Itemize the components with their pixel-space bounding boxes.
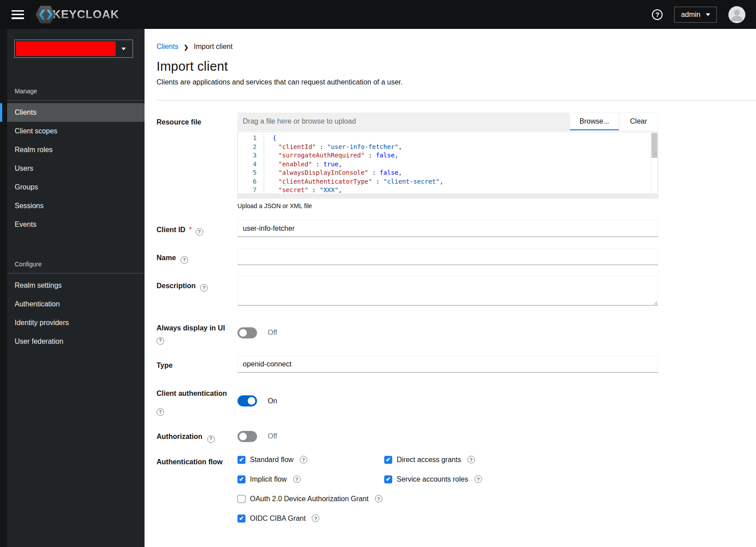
toggle-state: Off	[268, 432, 277, 440]
keycloak-logo: ❮❯ KEYCLOAK	[36, 6, 119, 24]
help-icon[interactable]: ?	[181, 256, 188, 264]
type-input[interactable]	[237, 356, 658, 373]
user-avatar-icon	[728, 6, 745, 23]
checkbox-standard-flow: ✔ Standard flow ?	[237, 456, 384, 464]
checkbox[interactable]: ✔	[237, 456, 245, 464]
checkbox[interactable]: ✔	[237, 475, 245, 483]
nav-toggle-icon[interactable]	[12, 10, 24, 19]
chevron-right-icon: ❯	[184, 44, 189, 51]
help-icon[interactable]: ?	[293, 475, 301, 483]
description-label: Description ?	[157, 276, 235, 307]
code-line: 5 "alwaysDisplayInConsole" : false,	[238, 169, 658, 177]
chevron-down-icon	[121, 48, 126, 50]
authorization-label: Authorization ?	[157, 427, 235, 442]
masthead: ❮❯ KEYCLOAK ? admin	[0, 0, 756, 29]
checkbox-oauth-device-grant: OAuth 2.0 Device Authorization Grant ?	[237, 495, 658, 503]
sidebar-item-authentication[interactable]: Authentication	[7, 295, 145, 314]
client-auth-label: Client authentication ?	[157, 384, 235, 416]
client-auth-toggle[interactable]	[237, 395, 257, 406]
sidebar-item-groups[interactable]: Groups	[7, 178, 145, 197]
checkbox-oidc-ciba-grant: ✔ OIDC CIBA Grant ?	[237, 515, 658, 523]
check-icon: ✔	[239, 456, 244, 463]
divider	[7, 100, 145, 101]
breadcrumb-clients-link[interactable]: Clients	[157, 43, 178, 51]
page-title: Import client	[157, 59, 756, 74]
check-icon: ✔	[386, 456, 391, 463]
json-code-editor[interactable]: 1 { 2 "clientId" : "user-info-fetcher", …	[237, 132, 658, 198]
check-icon: ✔	[239, 476, 244, 483]
checkbox-direct-access-grants: ✔ Direct access grants ?	[384, 456, 658, 464]
realm-name-redacted	[16, 41, 116, 56]
sidebar-item-realm-settings[interactable]: Realm settings	[7, 276, 145, 295]
help-icon[interactable]: ?	[312, 515, 319, 522]
help-icon[interactable]: ?	[207, 435, 215, 443]
help-icon[interactable]: ?	[652, 9, 663, 20]
help-icon[interactable]: ?	[475, 475, 482, 483]
check-icon: ✔	[386, 476, 391, 483]
client-id-label: Client ID* ?	[157, 220, 235, 237]
avatar[interactable]	[728, 6, 745, 23]
sidebar: Manage Clients Client scopes Realm roles…	[0, 29, 145, 547]
nav-section-configure: Configure	[7, 254, 145, 273]
checkbox[interactable]: ✔	[384, 475, 392, 483]
checkbox[interactable]: ✔	[237, 515, 245, 523]
sidebar-item-user-federation[interactable]: User federation	[7, 332, 145, 351]
required-asterisk: *	[189, 226, 192, 233]
authorization-toggle[interactable]	[237, 431, 257, 442]
sidebar-item-identity-providers[interactable]: Identity providers	[7, 314, 145, 332]
chevron-down-icon	[706, 13, 710, 16]
user-name: admin	[681, 11, 700, 19]
page-subtitle: Clients are applications and services th…	[157, 78, 756, 86]
auth-flow-label: Authentication flow	[157, 452, 235, 523]
code-line: 1 {	[238, 134, 658, 143]
check-icon: ✔	[239, 515, 244, 522]
upload-helper-text: Upload a JSON or XML file	[237, 202, 658, 209]
code-line: 6 "clientAuthenticatorType" : "client-se…	[238, 177, 658, 186]
help-icon[interactable]: ?	[467, 456, 475, 463]
breadcrumb-current: Import client	[194, 43, 233, 51]
browse-button[interactable]: Browse...	[570, 113, 619, 130]
help-icon[interactable]: ?	[196, 228, 203, 236]
help-icon[interactable]: ?	[157, 408, 164, 416]
checkbox[interactable]	[237, 495, 245, 503]
always-display-toggle[interactable]	[237, 327, 257, 338]
divider	[7, 273, 145, 274]
client-id-input[interactable]	[237, 220, 658, 237]
sidebar-item-users[interactable]: Users	[7, 159, 145, 178]
toggle-state: Off	[268, 329, 277, 337]
brand-text: KEYCLOAK	[52, 8, 119, 21]
main-content: Clients ❯ Import client Import client Cl…	[145, 29, 756, 547]
realm-selector[interactable]	[14, 40, 133, 58]
name-input[interactable]	[237, 248, 658, 265]
clear-button[interactable]: Clear	[619, 113, 658, 130]
code-line: 3 "surrogateAuthRequired" : false,	[238, 151, 658, 160]
help-icon[interactable]: ?	[200, 284, 208, 292]
sidebar-item-sessions[interactable]: Sessions	[7, 197, 145, 215]
toggle-state: On	[268, 397, 277, 405]
sidebar-item-clients[interactable]: Clients	[7, 103, 145, 122]
name-label: Name ?	[157, 248, 235, 265]
nav-section-manage: Manage	[7, 81, 145, 100]
checkbox-service-accounts-roles: ✔ Service accounts roles ?	[384, 475, 658, 483]
always-display-label: Always display in UI ?	[157, 318, 235, 345]
help-icon[interactable]: ?	[300, 456, 307, 463]
editor-horizontal-scrollbar[interactable]	[238, 193, 657, 197]
resource-file-label: Resource file	[157, 113, 235, 209]
checkbox[interactable]: ✔	[384, 456, 392, 464]
description-textarea[interactable]	[237, 276, 658, 306]
code-line: 2 "clientId" : "user-info-fetcher",	[238, 143, 658, 152]
type-label: Type	[157, 356, 235, 373]
checkbox-implicit-flow: ✔ Implicit flow ?	[237, 475, 384, 483]
file-upload-input[interactable]	[237, 113, 570, 130]
user-dropdown[interactable]: admin	[674, 7, 717, 23]
sidebar-item-events[interactable]: Events	[7, 215, 145, 234]
help-icon[interactable]: ?	[375, 495, 382, 503]
sidebar-item-realm-roles[interactable]: Realm roles	[7, 141, 145, 159]
help-icon[interactable]: ?	[157, 337, 164, 345]
code-line: 4 "enabled" : true,	[238, 160, 658, 169]
sidebar-item-client-scopes[interactable]: Client scopes	[7, 122, 145, 141]
breadcrumb: Clients ❯ Import client	[157, 43, 756, 51]
editor-vertical-scrollbar[interactable]	[651, 133, 657, 194]
